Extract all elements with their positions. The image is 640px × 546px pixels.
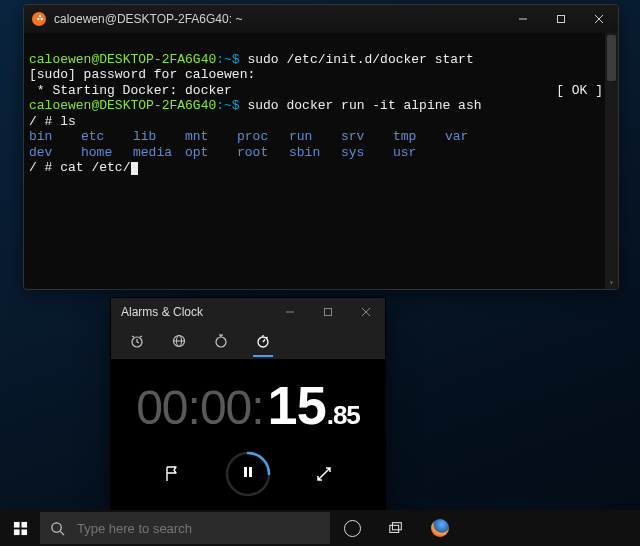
tab-world-clock[interactable] — [169, 327, 189, 357]
circle-icon — [344, 520, 361, 537]
ubuntu-icon — [32, 12, 46, 26]
cortana-button[interactable] — [330, 510, 374, 546]
svg-rect-1 — [558, 16, 565, 23]
svg-line-18 — [266, 337, 267, 338]
terminal-line: * Starting Docker: docker — [29, 83, 232, 98]
svg-rect-26 — [21, 529, 27, 535]
minimize-button[interactable] — [504, 5, 542, 33]
browser-icon — [431, 519, 449, 537]
maximize-button[interactable] — [542, 5, 580, 33]
clock-titlebar[interactable]: Alarms & Clock — [111, 298, 385, 325]
lap-button[interactable] — [160, 462, 184, 486]
svg-rect-25 — [13, 529, 19, 535]
maximize-button[interactable] — [309, 298, 347, 325]
taskbar-app-browser[interactable] — [418, 510, 462, 546]
alarms-clock-window: Alarms & Clock 00:00: 15 .85 — [110, 297, 386, 513]
stopwatch-controls — [160, 450, 336, 498]
terminal-line: sudo docker run -it alpine ash — [247, 98, 481, 113]
scrollbar[interactable]: ▴ ▾ — [605, 33, 618, 289]
clock-tabs — [111, 325, 385, 359]
svg-rect-21 — [244, 467, 247, 477]
cursor-icon — [131, 162, 138, 175]
scrollbar-thumb[interactable] — [607, 35, 616, 81]
clock-title: Alarms & Clock — [121, 305, 271, 319]
tab-alarm[interactable] — [127, 327, 147, 357]
prompt-user: caloewen — [29, 52, 91, 67]
stopwatch-body: 00:00: 15 .85 — [111, 359, 385, 512]
ls-row: devhomemediaoptrootsbinsysusr — [29, 145, 613, 161]
svg-point-27 — [52, 522, 61, 531]
time-centiseconds: .85 — [327, 400, 360, 431]
terminal-line: [sudo] password for caloewen: — [29, 67, 255, 82]
time-display: 00:00: 15 .85 — [136, 374, 360, 436]
svg-rect-5 — [325, 308, 332, 315]
time-seconds: 15 — [268, 374, 326, 436]
time-hhmm: 00:00: — [136, 380, 263, 435]
expand-button[interactable] — [312, 462, 336, 486]
taskbar — [0, 510, 640, 546]
terminal-body[interactable]: caloewen@DESKTOP-2FA6G40:~$ sudo /etc/in… — [24, 33, 618, 289]
svg-rect-23 — [13, 521, 19, 527]
svg-rect-30 — [392, 523, 401, 530]
terminal-title: caloewen@DESKTOP-2FA6G40: ~ — [54, 12, 504, 26]
minimize-button[interactable] — [271, 298, 309, 325]
svg-line-28 — [60, 531, 64, 535]
status-ok: [ OK ] — [556, 83, 603, 99]
search-box[interactable] — [40, 512, 330, 544]
pause-icon — [241, 463, 255, 484]
svg-rect-22 — [249, 467, 252, 477]
close-button[interactable] — [580, 5, 618, 33]
search-input[interactable] — [77, 521, 320, 536]
search-icon — [50, 521, 65, 536]
terminal-current-line: cat /etc/ — [60, 160, 130, 175]
terminal-line: sudo /etc/init.d/docker start — [247, 52, 473, 67]
pause-button[interactable] — [224, 450, 272, 498]
task-view-button[interactable] — [374, 510, 418, 546]
ls-row: binetclibmntprocrunsrvtmpvar — [29, 129, 613, 145]
terminal-titlebar[interactable]: caloewen@DESKTOP-2FA6G40: ~ — [24, 5, 618, 33]
svg-point-12 — [216, 337, 226, 347]
scroll-down-icon[interactable]: ▾ — [605, 277, 618, 289]
start-button[interactable] — [0, 510, 40, 546]
tab-timer[interactable] — [211, 327, 231, 357]
svg-rect-24 — [21, 521, 27, 527]
tab-stopwatch[interactable] — [253, 327, 273, 357]
close-button[interactable] — [347, 298, 385, 325]
task-view-icon — [388, 520, 404, 536]
terminal-window: caloewen@DESKTOP-2FA6G40: ~ caloewen@DES… — [23, 4, 619, 290]
svg-line-16 — [263, 339, 265, 342]
svg-rect-29 — [390, 525, 399, 532]
